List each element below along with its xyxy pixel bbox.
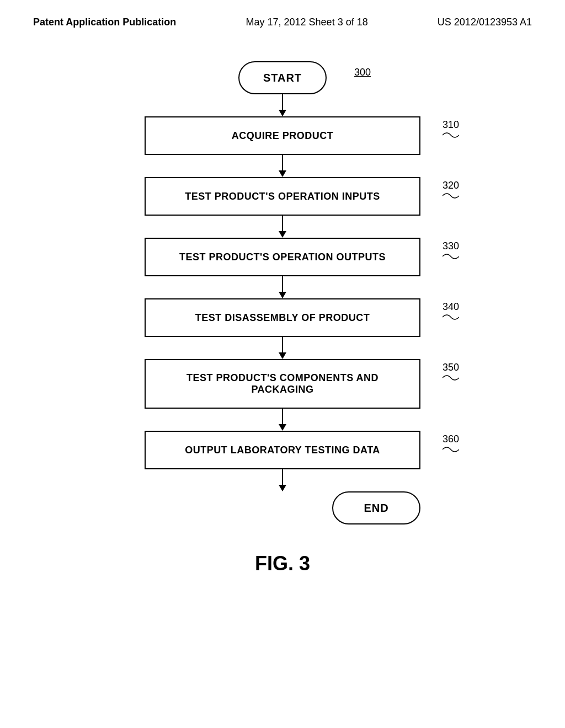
step-350-wrapper: TEST PRODUCT'S COMPONENTS ANDPACKAGING 3… bbox=[145, 359, 420, 409]
start-node-wrapper: START 300 bbox=[238, 61, 327, 94]
step-320-box: TEST PRODUCT'S OPERATION INPUTS bbox=[145, 177, 420, 216]
arrow-line-3 bbox=[282, 216, 283, 231]
flowchart-diagram: START 300 ACQUIRE PRODUCT 310 TEST PRODU… bbox=[0, 39, 565, 586]
arrow-head-2 bbox=[279, 170, 286, 177]
step-350-box: TEST PRODUCT'S COMPONENTS ANDPACKAGING bbox=[145, 359, 420, 409]
arrow-line-6 bbox=[282, 409, 283, 424]
step-330-wrapper: TEST PRODUCT'S OPERATION OUTPUTS 330 bbox=[145, 238, 420, 276]
step-340-label: TEST DISASSEMBLY OF PRODUCT bbox=[195, 312, 370, 324]
publication-label: Patent Application Publication bbox=[33, 17, 176, 28]
ref-300: 300 bbox=[354, 67, 371, 78]
step-310-wrapper: ACQUIRE PRODUCT 310 bbox=[145, 116, 420, 155]
step-330-box: TEST PRODUCT'S OPERATION OUTPUTS bbox=[145, 238, 420, 276]
arrow-7 bbox=[279, 469, 286, 491]
end-node: END bbox=[332, 491, 420, 524]
flowchart-center-column: START 300 ACQUIRE PRODUCT 310 TEST PRODU… bbox=[145, 61, 420, 524]
ref-310: 310 bbox=[443, 119, 459, 142]
step-360-label: OUTPUT LABORATORY TESTING DATA bbox=[185, 445, 380, 456]
step-350-label: TEST PRODUCT'S COMPONENTS ANDPACKAGING bbox=[186, 372, 379, 395]
patent-number-label: US 2012/0123953 A1 bbox=[438, 17, 532, 28]
step-330-label: TEST PRODUCT'S OPERATION OUTPUTS bbox=[179, 251, 386, 263]
ref-360: 360 bbox=[443, 433, 459, 457]
step-310-label: ACQUIRE PRODUCT bbox=[232, 130, 334, 142]
step-360-box: OUTPUT LABORATORY TESTING DATA bbox=[145, 431, 420, 469]
arrow-head-5 bbox=[279, 352, 286, 359]
arrow-line-1 bbox=[282, 94, 283, 110]
page-header: Patent Application Publication May 17, 2… bbox=[0, 0, 565, 39]
start-label: START bbox=[263, 72, 302, 84]
arrow-head-4 bbox=[279, 292, 286, 298]
arrow-4 bbox=[279, 276, 286, 298]
date-sheet-label: May 17, 2012 Sheet 3 of 18 bbox=[246, 17, 368, 28]
ref-350: 350 bbox=[443, 362, 459, 385]
ref-330: 330 bbox=[443, 240, 459, 264]
arrow-line-4 bbox=[282, 276, 283, 292]
start-node: START bbox=[238, 61, 327, 94]
arrow-line-2 bbox=[282, 155, 283, 170]
arrow-head-6 bbox=[279, 424, 286, 431]
ref-340: 340 bbox=[443, 301, 459, 324]
arrow-1 bbox=[279, 94, 286, 116]
arrow-head-7 bbox=[279, 485, 286, 491]
step-340-box: TEST DISASSEMBLY OF PRODUCT bbox=[145, 298, 420, 337]
step-340-wrapper: TEST DISASSEMBLY OF PRODUCT 340 bbox=[145, 298, 420, 337]
arrow-line-5 bbox=[282, 337, 283, 352]
arrow-6 bbox=[279, 409, 286, 431]
ref-320: 320 bbox=[443, 180, 459, 203]
arrow-head-3 bbox=[279, 231, 286, 238]
arrow-5 bbox=[279, 337, 286, 359]
arrow-3 bbox=[279, 216, 286, 238]
step-320-wrapper: TEST PRODUCT'S OPERATION INPUTS 320 bbox=[145, 177, 420, 216]
figure-label: FIG. 3 bbox=[255, 552, 310, 575]
step-310-box: ACQUIRE PRODUCT bbox=[145, 116, 420, 155]
step-320-label: TEST PRODUCT'S OPERATION INPUTS bbox=[185, 191, 380, 202]
step-360-wrapper: OUTPUT LABORATORY TESTING DATA 360 bbox=[145, 431, 420, 469]
arrow-2 bbox=[279, 155, 286, 177]
end-label: END bbox=[364, 502, 388, 515]
arrow-head-1 bbox=[279, 110, 286, 116]
arrow-line-7 bbox=[282, 469, 283, 485]
